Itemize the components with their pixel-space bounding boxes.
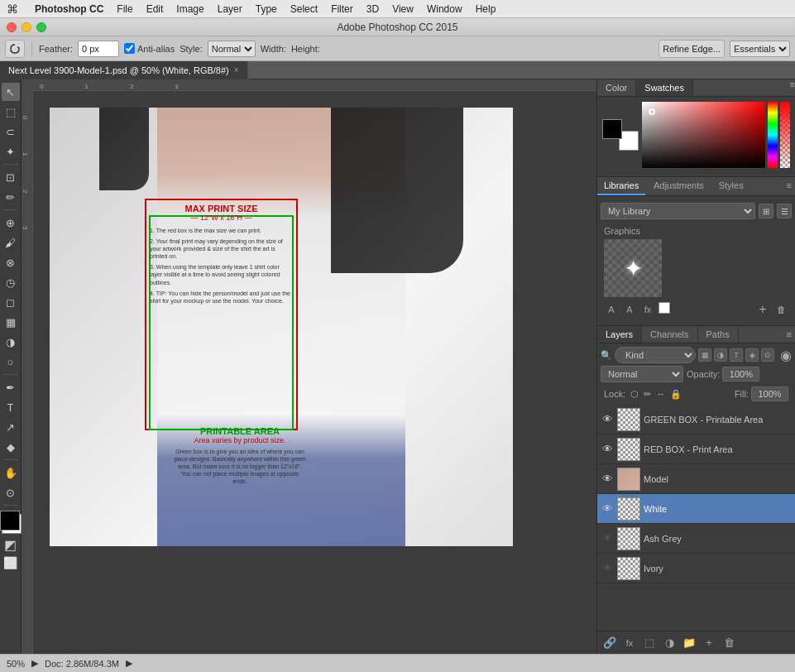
menu-type[interactable]: Type: [256, 3, 277, 15]
blend-mode-select[interactable]: Normal: [601, 366, 683, 382]
channels-tab[interactable]: Channels: [642, 326, 697, 343]
anti-alias-checkbox[interactable]: [124, 43, 135, 54]
layers-panel-menu[interactable]: ≡: [783, 326, 795, 343]
menu-image[interactable]: Image: [176, 3, 204, 15]
quick-mask-btn[interactable]: ◩: [4, 537, 17, 553]
color-tab[interactable]: Color: [597, 79, 636, 96]
lock-all-btn[interactable]: 🔒: [670, 389, 682, 400]
layer-link-btn[interactable]: 🔗: [602, 636, 617, 650]
zoom-tool[interactable]: ⊙: [2, 483, 20, 502]
layer-new-btn[interactable]: +: [702, 636, 716, 650]
feather-input[interactable]: [78, 41, 119, 57]
heal-tool[interactable]: ⊕: [2, 214, 20, 232]
filter-pixel[interactable]: ▦: [698, 348, 711, 362]
library-grid-view[interactable]: ⊞: [759, 204, 773, 218]
filter-shape[interactable]: ◈: [745, 348, 759, 362]
canvas-container[interactable]: MAX PRINT SIZE — 12"W x 16"H — 1. The re…: [33, 91, 596, 654]
refine-edge-button[interactable]: Refine Edge...: [659, 40, 725, 58]
layer-visibility-ash-grey[interactable]: 👁: [601, 532, 614, 545]
pen-tool[interactable]: ✒: [2, 378, 20, 396]
brush-tool[interactable]: 🖌: [2, 233, 20, 252]
move-tool[interactable]: ↖: [2, 83, 20, 101]
layer-group-btn[interactable]: 📁: [682, 636, 697, 650]
apple-menu[interactable]: ⌘: [7, 2, 18, 16]
lock-pixels-btn[interactable]: ✏: [644, 389, 651, 400]
layer-item-ash-grey[interactable]: 👁 Ash Grey: [597, 524, 795, 554]
libraries-tab[interactable]: Libraries: [597, 177, 645, 195]
fill-input[interactable]: [751, 386, 788, 401]
maximize-button[interactable]: [36, 22, 46, 32]
library-action-type[interactable]: A: [604, 302, 619, 317]
hue-slider[interactable]: [768, 102, 778, 168]
blur-tool[interactable]: ◑: [2, 333, 20, 351]
libraries-panel-menu[interactable]: ≡: [783, 177, 795, 195]
panel-menu-button[interactable]: ≡: [790, 79, 795, 96]
layer-item-ivory[interactable]: 👁 Ivory: [597, 554, 795, 583]
layer-adj-btn[interactable]: ◑: [662, 636, 677, 650]
layer-fx-btn[interactable]: fx: [622, 636, 637, 650]
color-saturation-field[interactable]: [642, 102, 765, 168]
menu-layer[interactable]: Layer: [218, 3, 242, 15]
layer-item-white[interactable]: 👁 White: [597, 494, 795, 524]
library-action-fx[interactable]: fx: [640, 302, 655, 317]
menu-help[interactable]: Help: [476, 3, 496, 15]
layer-item-red-box[interactable]: 👁 RED BOX - Print Area: [597, 434, 795, 464]
tab-close-button[interactable]: ×: [234, 65, 239, 74]
close-button[interactable]: [7, 22, 17, 32]
layer-visibility-green[interactable]: 👁: [601, 413, 614, 426]
screen-mode-btn[interactable]: ⬜: [3, 556, 17, 569]
menu-view[interactable]: View: [392, 3, 414, 15]
paths-tab[interactable]: Paths: [698, 326, 739, 343]
filter-type[interactable]: T: [730, 348, 743, 362]
shape-tool[interactable]: ◆: [2, 438, 20, 456]
marquee-tool[interactable]: ⬚: [2, 103, 20, 121]
swatches-tab[interactable]: Swatches: [636, 79, 693, 96]
history-tool[interactable]: ◷: [2, 273, 20, 291]
gradient-tool[interactable]: ▦: [2, 313, 20, 331]
layer-delete-btn[interactable]: 🗑: [721, 636, 736, 650]
menu-filter[interactable]: Filter: [331, 3, 353, 15]
menu-edit[interactable]: Edit: [146, 3, 164, 15]
document-tab[interactable]: Next Level 3900-Model-1.psd @ 50% (White…: [0, 61, 248, 79]
filter-smart[interactable]: ⊙: [761, 348, 774, 362]
lock-position-btn[interactable]: ↔: [656, 389, 665, 399]
dodge-tool[interactable]: ○: [2, 353, 20, 371]
eraser-tool[interactable]: ◻: [2, 293, 20, 311]
styles-tab[interactable]: Styles: [712, 177, 750, 195]
library-delete-btn[interactable]: 🗑: [773, 302, 788, 317]
kind-filter-select[interactable]: Kind: [615, 347, 696, 363]
layer-mask-btn[interactable]: ⬚: [642, 636, 657, 650]
library-action-color[interactable]: [659, 302, 670, 314]
lasso-tool-btn[interactable]: [5, 40, 25, 58]
graphics-thumbnail[interactable]: ✦: [604, 239, 662, 297]
layer-item-model[interactable]: 👁 Model: [597, 464, 795, 494]
clone-tool[interactable]: ⊗: [2, 253, 20, 271]
lock-transparent-btn[interactable]: ⬡: [630, 389, 639, 400]
menu-3d[interactable]: 3D: [366, 3, 379, 15]
layer-item-green-box[interactable]: 👁 GREEN BOX - Printable Area: [597, 405, 795, 434]
layer-visibility-red[interactable]: 👁: [601, 443, 614, 456]
text-tool[interactable]: T: [2, 398, 20, 416]
filter-toggle[interactable]: ◉: [780, 348, 792, 363]
adjustments-tab[interactable]: Adjustments: [647, 177, 711, 195]
wand-tool[interactable]: ✦: [2, 142, 20, 161]
lasso-tool[interactable]: ⊂: [2, 122, 20, 141]
menu-window[interactable]: Window: [427, 3, 462, 15]
foreground-color-swatch[interactable]: [0, 511, 20, 530]
opacity-input[interactable]: [722, 367, 759, 382]
minimize-button[interactable]: [22, 22, 31, 32]
library-list-view[interactable]: ☰: [777, 204, 792, 218]
layer-visibility-white[interactable]: 👁: [601, 502, 614, 516]
layer-visibility-ivory[interactable]: 👁: [601, 562, 614, 575]
path-tool[interactable]: ↗: [2, 418, 20, 436]
layer-visibility-model[interactable]: 👁: [601, 473, 614, 486]
foreground-color-box[interactable]: [602, 119, 622, 139]
eyedropper-tool[interactable]: ✏: [2, 188, 20, 206]
library-select[interactable]: My Library: [601, 203, 755, 219]
crop-tool[interactable]: ⊡: [2, 168, 20, 186]
workspace-select[interactable]: Essentials: [730, 41, 790, 57]
alpha-slider[interactable]: [780, 102, 790, 168]
filter-adjust[interactable]: ◑: [714, 348, 727, 362]
layers-tab[interactable]: Layers: [597, 326, 642, 343]
menu-select[interactable]: Select: [290, 3, 318, 15]
